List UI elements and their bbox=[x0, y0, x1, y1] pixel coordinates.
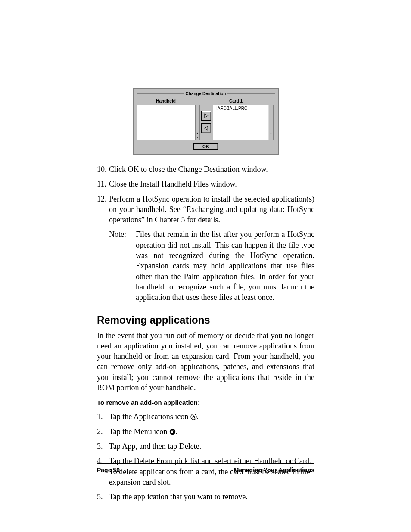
remove-steps-list: 1. Tap the Applications icon . 2. Tap th… bbox=[97, 411, 314, 502]
svg-rect-5 bbox=[171, 431, 173, 433]
move-right-button[interactable] bbox=[201, 111, 211, 121]
step-text: Tap the application that you want to rem… bbox=[109, 492, 314, 502]
handheld-listbox[interactable] bbox=[137, 105, 195, 140]
triangle-left-icon bbox=[204, 126, 209, 131]
title-rule-left bbox=[137, 93, 184, 94]
step-text: Tap the Menu icon . bbox=[109, 426, 314, 437]
page-footer: Page 50 Managing Your Applications bbox=[97, 463, 314, 473]
step-number: 1. bbox=[97, 411, 109, 422]
scroll-down-icon[interactable]: ▼ bbox=[196, 135, 199, 140]
dialog-body: ▲ ▼ HARDBALL.PRC bbox=[137, 105, 275, 140]
footer-row: Page 50 Managing Your Applications bbox=[97, 467, 314, 473]
step-text-post: . bbox=[176, 427, 178, 436]
scroll-up-icon[interactable]: ▲ bbox=[196, 131, 199, 135]
svg-marker-0 bbox=[205, 114, 208, 118]
move-left-button[interactable] bbox=[201, 123, 211, 133]
title-rule-right bbox=[227, 93, 274, 94]
step-text-pre: Tap the Menu icon bbox=[109, 427, 169, 436]
list-item[interactable]: HARDBALL.PRC bbox=[213, 105, 268, 112]
change-destination-dialog: Change Destination Handheld Card 1 ▲ ▼ bbox=[133, 88, 279, 155]
step-number: 11. bbox=[97, 179, 109, 189]
triangle-right-icon bbox=[204, 113, 209, 118]
footer-rule bbox=[97, 463, 314, 464]
footer-page-number: Page 50 bbox=[97, 467, 120, 473]
section-heading-removing-applications: Removing applications bbox=[97, 314, 314, 326]
step-number: 2. bbox=[97, 426, 109, 437]
step-text: Tap the Applications icon . bbox=[109, 411, 314, 422]
scroll-down-icon[interactable]: ▼ bbox=[269, 135, 273, 140]
step-10: 10. Click OK to close the Change Destina… bbox=[97, 164, 314, 174]
card-scrollbar[interactable]: ▲ ▼ bbox=[269, 105, 274, 140]
transfer-buttons bbox=[200, 105, 213, 140]
step-11: 11. Close the Install Handheld Files win… bbox=[97, 179, 314, 189]
step-number: 5. bbox=[97, 492, 109, 502]
column-header-handheld: Handheld bbox=[137, 99, 195, 103]
document-page: Change Destination Handheld Card 1 ▲ ▼ bbox=[0, 0, 411, 532]
card-listbox[interactable]: HARDBALL.PRC bbox=[213, 105, 269, 140]
section-paragraph: In the event that you run out of memory … bbox=[97, 330, 314, 393]
step-2: 2. Tap the Menu icon . bbox=[97, 426, 314, 437]
step-3: 3. Tap App, and then tap Delete. bbox=[97, 441, 314, 451]
step-text: Perform a HotSync operation to install t… bbox=[109, 194, 314, 225]
step-12: 12. Perform a HotSync operation to insta… bbox=[97, 194, 314, 225]
menu-icon bbox=[169, 429, 176, 435]
dialog-title-row: Change Destination bbox=[137, 91, 275, 96]
scroll-up-icon[interactable]: ▲ bbox=[269, 131, 273, 135]
continued-steps-list: 10. Click OK to close the Change Destina… bbox=[97, 164, 314, 225]
column-header-card: Card 1 bbox=[208, 99, 264, 103]
home-icon bbox=[190, 414, 197, 420]
footer-chapter-title: Managing Your Applications bbox=[234, 467, 314, 473]
svg-marker-1 bbox=[204, 126, 208, 130]
note-block: Note: Files that remain in the list afte… bbox=[109, 229, 314, 302]
subheading-to-remove: To remove an add-on application: bbox=[97, 399, 314, 406]
dialog-title: Change Destination bbox=[184, 91, 228, 96]
handheld-scrollbar[interactable]: ▲ ▼ bbox=[195, 105, 200, 140]
dialog-column-headers: Handheld Card 1 bbox=[137, 99, 275, 103]
step-text: Tap App, and then tap Delete. bbox=[109, 441, 314, 451]
ok-button[interactable]: OK bbox=[193, 143, 218, 150]
step-text-pre: Tap the Applications icon bbox=[109, 412, 190, 421]
step-number: 10. bbox=[97, 164, 109, 174]
page-content: Change Destination Handheld Card 1 ▲ ▼ bbox=[97, 88, 314, 506]
step-5: 5. Tap the application that you want to … bbox=[97, 492, 314, 502]
step-text-post: . bbox=[197, 412, 199, 421]
step-text: Close the Install Handheld Files window. bbox=[109, 179, 314, 189]
svg-rect-4 bbox=[171, 430, 174, 431]
step-number: 3. bbox=[97, 441, 109, 451]
note-label: Note: bbox=[109, 229, 136, 302]
dialog-footer: OK bbox=[137, 143, 275, 150]
step-text: Click OK to close the Change Destination… bbox=[109, 164, 314, 174]
step-1: 1. Tap the Applications icon . bbox=[97, 411, 314, 422]
note-text: Files that remain in the list after you … bbox=[136, 229, 314, 302]
step-number: 12. bbox=[97, 194, 109, 225]
